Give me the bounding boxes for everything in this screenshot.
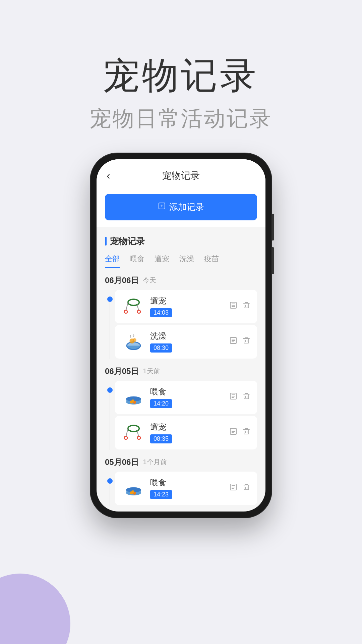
date-relative-1: 1天前 bbox=[143, 367, 160, 376]
records-list-2: 喂食 14:23 bbox=[115, 472, 257, 506]
date-group-2: 05月06日 1个月前 bbox=[97, 450, 265, 506]
record-name-food-1: 喂食 bbox=[150, 386, 224, 397]
svg-point-38 bbox=[128, 425, 139, 432]
app-content: ‹ 宠物记录 添加记录 bbox=[97, 159, 265, 512]
timeline-col-1 bbox=[105, 381, 115, 450]
svg-rect-47 bbox=[244, 429, 249, 434]
svg-point-54 bbox=[131, 490, 134, 493]
main-title: 宠物记录 bbox=[0, 54, 362, 97]
tabs-container: 全部 喂食 遛宠 洗澡 疫苗 bbox=[97, 251, 265, 268]
section-title-bar bbox=[105, 237, 107, 246]
timeline-2: 喂食 14:23 bbox=[105, 472, 257, 506]
record-card-walk-1: 遛宠 08:35 bbox=[115, 416, 257, 449]
add-record-button[interactable]: 添加记录 bbox=[105, 194, 257, 220]
tab-feed[interactable]: 喂食 bbox=[130, 254, 144, 268]
svg-point-40 bbox=[124, 436, 127, 439]
date-relative-2: 1个月前 bbox=[143, 458, 167, 467]
date-label-2: 05月06日 1个月前 bbox=[105, 457, 257, 468]
edit-button-walk-0[interactable] bbox=[229, 301, 237, 312]
record-info-food-1: 喂食 14:20 bbox=[150, 386, 224, 408]
record-card-food-1: 喂食 14:20 bbox=[115, 381, 257, 414]
date-label-1: 06月05日 1天前 bbox=[105, 366, 257, 377]
date-text-1: 06月05日 bbox=[105, 366, 139, 377]
timeline-line-0 bbox=[110, 302, 110, 359]
svg-point-30 bbox=[131, 399, 134, 402]
food-icon-2 bbox=[122, 477, 145, 500]
svg-point-3 bbox=[128, 299, 139, 306]
timeline-line-1 bbox=[110, 393, 110, 450]
section-header: 宠物记录 bbox=[97, 227, 265, 251]
record-card-bath-0: 洗澡 08:30 bbox=[115, 325, 257, 359]
section-title-text: 宠物记录 bbox=[110, 235, 145, 247]
add-icon bbox=[158, 202, 166, 212]
nav-bar: ‹ 宠物记录 bbox=[97, 159, 265, 187]
tab-bath[interactable]: 洗澡 bbox=[179, 254, 194, 268]
header-section: 宠物记录 宠物日常活动记录 bbox=[0, 0, 362, 153]
record-actions-walk-0 bbox=[229, 301, 250, 312]
add-btn-container: 添加记录 bbox=[97, 187, 265, 227]
timeline-dot-2 bbox=[107, 478, 113, 484]
record-time-bath-0: 08:30 bbox=[150, 343, 172, 353]
phone-mockup: ‹ 宠物记录 添加记录 bbox=[90, 153, 272, 518]
record-info-walk-1: 遛宠 08:35 bbox=[150, 422, 224, 443]
record-name-walk-1: 遛宠 bbox=[150, 422, 224, 432]
tab-walk[interactable]: 遛宠 bbox=[155, 254, 169, 268]
svg-rect-35 bbox=[244, 394, 249, 399]
back-button[interactable]: ‹ bbox=[107, 169, 110, 182]
delete-button-walk-1[interactable] bbox=[242, 427, 250, 438]
timeline-col-2 bbox=[105, 472, 115, 506]
record-name-bath-0: 洗澡 bbox=[150, 331, 224, 341]
walk-icon-1 bbox=[122, 421, 145, 444]
tab-vaccine[interactable]: 疫苗 bbox=[204, 254, 219, 268]
record-time-food-2: 14:23 bbox=[150, 490, 172, 499]
date-group-0: 06月06日 今天 bbox=[97, 268, 265, 359]
timeline-dot-1 bbox=[107, 387, 113, 393]
nav-title: 宠物记录 bbox=[162, 169, 200, 182]
edit-button-bath-0[interactable] bbox=[229, 336, 237, 347]
delete-button-food-1[interactable] bbox=[242, 392, 250, 402]
phone-outer: ‹ 宠物记录 添加记录 bbox=[90, 153, 272, 518]
date-text-2: 05月06日 bbox=[105, 457, 139, 468]
svg-rect-23 bbox=[244, 338, 249, 343]
record-card-food-2: 喂食 14:23 bbox=[115, 472, 257, 505]
date-group-1: 06月05日 1天前 bbox=[97, 359, 265, 450]
record-time-walk-1: 08:35 bbox=[150, 434, 172, 443]
walk-icon-0 bbox=[122, 295, 145, 318]
timeline-line-2 bbox=[110, 484, 110, 506]
timeline-col-0 bbox=[105, 290, 115, 359]
bath-icon-0 bbox=[122, 330, 145, 354]
tab-all[interactable]: 全部 bbox=[105, 254, 120, 268]
delete-button-food-2[interactable] bbox=[242, 483, 250, 493]
food-icon-1 bbox=[122, 386, 145, 409]
delete-button-walk-0[interactable] bbox=[242, 301, 250, 312]
svg-rect-59 bbox=[244, 485, 249, 490]
record-info-food-2: 喂食 14:23 bbox=[150, 477, 224, 499]
record-actions-bath-0 bbox=[229, 336, 250, 347]
edit-button-walk-1[interactable] bbox=[229, 427, 237, 438]
date-relative-0: 今天 bbox=[143, 276, 156, 285]
section-title: 宠物记录 bbox=[105, 235, 257, 247]
edit-button-food-1[interactable] bbox=[229, 392, 237, 402]
svg-point-42 bbox=[137, 436, 140, 439]
timeline-0: 遛宠 14:03 bbox=[105, 290, 257, 359]
svg-rect-12 bbox=[244, 303, 249, 308]
record-time-walk-0: 14:03 bbox=[150, 308, 172, 317]
record-name-food-2: 喂食 bbox=[150, 477, 224, 488]
record-actions-food-1 bbox=[229, 392, 250, 402]
phone-screen: ‹ 宠物记录 添加记录 bbox=[97, 159, 265, 512]
record-info-bath-0: 洗澡 08:30 bbox=[150, 331, 224, 353]
records-list-1: 喂食 14:20 bbox=[115, 381, 257, 450]
date-text-0: 06月06日 bbox=[105, 275, 139, 286]
record-name-walk-0: 遛宠 bbox=[150, 296, 224, 306]
date-label-0: 06月06日 今天 bbox=[105, 275, 257, 286]
edit-button-food-2[interactable] bbox=[229, 483, 237, 493]
record-actions-walk-1 bbox=[229, 427, 250, 438]
record-info-walk-0: 遛宠 14:03 bbox=[150, 296, 224, 317]
add-button-label: 添加记录 bbox=[169, 201, 204, 213]
record-card-walk-0: 遛宠 14:03 bbox=[115, 290, 257, 323]
timeline-dot-0 bbox=[107, 297, 113, 302]
record-actions-food-2 bbox=[229, 483, 250, 493]
delete-button-bath-0[interactable] bbox=[242, 336, 250, 347]
bg-decoration bbox=[0, 574, 70, 644]
timeline-1: 喂食 14:20 bbox=[105, 381, 257, 450]
